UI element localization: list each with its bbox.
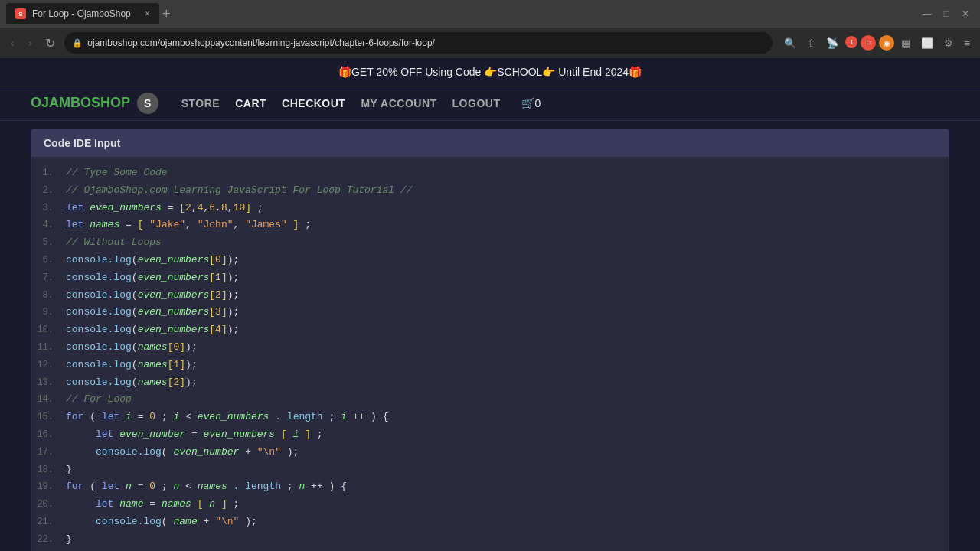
table-row: 22. } bbox=[31, 531, 949, 549]
table-row: 17. console.log( even_number + "\n" ); bbox=[31, 444, 949, 461]
forward-button[interactable]: › bbox=[24, 34, 37, 52]
nav-icons: 🔍 ⇧ 📡 1 ⚐ ◉ ▦ ⬜ ⚙ ≡ bbox=[780, 35, 974, 51]
lock-icon: 🔒 bbox=[72, 38, 83, 48]
table-row: 21. console.log( name + "\n" ); bbox=[31, 514, 949, 531]
table-row: 23. bbox=[31, 549, 949, 551]
table-row: 16. let even_number = even_numbers [ i ]… bbox=[31, 426, 949, 444]
table-row: 6. console.log(even_numbers[0]); bbox=[31, 252, 949, 269]
website: 🎁GET 20% OFF Using Code 👉SCHOOL👉 Until E… bbox=[0, 58, 980, 551]
back-button[interactable]: ‹ bbox=[6, 34, 19, 52]
table-row: 4. let names = [ "Jake", "John", "James"… bbox=[31, 217, 949, 234]
tab-title: For Loop - OjamboShop bbox=[32, 8, 131, 19]
table-row: 19. for ( let n = 0 ; n < names bbox=[31, 478, 949, 496]
table-row: 5. // Without Loops bbox=[31, 234, 949, 252]
promo-banner: 🎁GET 20% OFF Using Code 👉SCHOOL👉 Until E… bbox=[0, 58, 980, 86]
table-row: 20. let name = names [ n ] ; bbox=[31, 496, 949, 514]
share-icon-button[interactable]: ⇧ bbox=[803, 35, 819, 51]
cart-icon[interactable]: 🛒0 bbox=[521, 97, 541, 109]
code-area[interactable]: 1. // Type Some Code 2. // OjamboShop.co… bbox=[31, 157, 949, 551]
more-icon-button[interactable]: ≡ bbox=[960, 35, 974, 51]
table-row: 11. console.log(names[0]); bbox=[31, 339, 949, 357]
promo-text: 🎁GET 20% OFF Using Code 👉SCHOOL👉 Until E… bbox=[338, 66, 642, 78]
table-row: 1. // Type Some Code bbox=[31, 165, 949, 182]
logo-text: OJAMBOSHOP bbox=[31, 95, 130, 110]
my-account-nav-link[interactable]: MY ACCOUNT bbox=[361, 97, 436, 109]
address-bar[interactable] bbox=[87, 37, 765, 48]
table-row: 2. // OjamboShop.com Learning JavaScript… bbox=[31, 182, 949, 200]
screenshot-icon-button[interactable]: ⬜ bbox=[917, 35, 937, 51]
code-ide-title: Code IDE Input bbox=[44, 137, 120, 149]
code-ide: Code IDE Input 1. // Type Some Code 2. /… bbox=[31, 129, 949, 551]
address-bar-container[interactable]: 🔒 bbox=[64, 32, 773, 54]
tab-favicon: S bbox=[15, 8, 26, 19]
extension-icon-orange[interactable]: ◉ bbox=[879, 35, 894, 51]
browser-chrome: S For Loop - OjamboShop × + — □ ✕ ‹ › ↻ … bbox=[0, 0, 980, 58]
table-row: 7. console.log(even_numbers[1]); bbox=[31, 269, 949, 287]
active-tab[interactable]: S For Loop - OjamboShop × bbox=[6, 3, 159, 24]
search-icon-button[interactable]: 🔍 bbox=[780, 35, 800, 51]
tab-controls: — □ ✕ bbox=[918, 7, 974, 21]
site-logo-link[interactable]: OJAMBOSHOP S bbox=[31, 93, 158, 114]
table-row: 9. console.log(even_numbers[3]); bbox=[31, 304, 949, 321]
notification-badge: 1 bbox=[845, 36, 858, 48]
table-row: 3. let even_numbers = [2,4,6,8,10] ; bbox=[31, 200, 949, 217]
cart-nav-link[interactable]: CART bbox=[235, 97, 266, 109]
extension-icon-red[interactable]: ⚐ bbox=[861, 35, 876, 51]
table-row: 15. for ( let i = 0 ; i < even_numbe bbox=[31, 409, 949, 426]
table-row: 10. console.log(even_numbers[4]); bbox=[31, 321, 949, 339]
sidebar-icon-button[interactable]: ▦ bbox=[897, 35, 914, 51]
cart-count: 0 bbox=[534, 97, 541, 109]
store-nav-link[interactable]: STORE bbox=[181, 97, 220, 109]
window-close-button[interactable]: ✕ bbox=[957, 7, 974, 21]
table-row: 12. console.log(names[1]); bbox=[31, 357, 949, 374]
tab-bar: S For Loop - OjamboShop × + — □ ✕ bbox=[0, 0, 980, 28]
table-row: 13. console.log(names[2]); bbox=[31, 374, 949, 392]
new-tab-button[interactable]: + bbox=[162, 6, 171, 22]
table-row: 14. // For Loop bbox=[31, 391, 949, 409]
logout-nav-link[interactable]: LOGOUT bbox=[452, 97, 501, 109]
table-row: 8. console.log(even_numbers[2]); bbox=[31, 287, 949, 305]
site-nav: OJAMBOSHOP S STORE CART CHECKOUT MY ACCO… bbox=[0, 86, 980, 121]
tab-close-button[interactable]: × bbox=[145, 8, 150, 19]
logo-icon: S bbox=[137, 93, 158, 114]
reload-button[interactable]: ↻ bbox=[41, 33, 60, 54]
rss-icon-button[interactable]: 📡 bbox=[822, 35, 842, 51]
nav-links: STORE CART CHECKOUT MY ACCOUNT LOGOUT 🛒0 bbox=[181, 97, 541, 109]
main-content: Code IDE Input 1. // Type Some Code 2. /… bbox=[0, 129, 980, 551]
code-ide-header: Code IDE Input bbox=[31, 129, 949, 157]
navigation-bar: ‹ › ↻ 🔒 🔍 ⇧ 📡 1 ⚐ ◉ ▦ ⬜ ⚙ ≡ bbox=[0, 28, 980, 58]
maximize-button[interactable]: □ bbox=[939, 7, 954, 21]
table-row: 18. } bbox=[31, 461, 949, 479]
settings-icon-button[interactable]: ⚙ bbox=[940, 35, 957, 51]
checkout-nav-link[interactable]: CHECKOUT bbox=[282, 97, 345, 109]
minimize-button[interactable]: — bbox=[918, 7, 936, 21]
